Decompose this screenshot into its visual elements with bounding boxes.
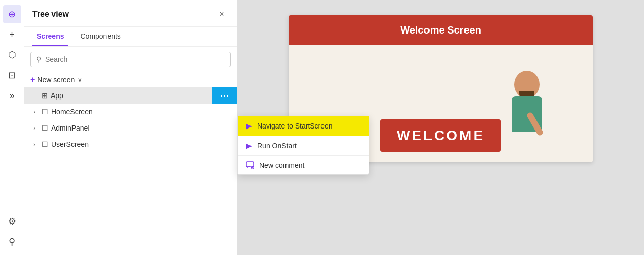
person-illustration: [502, 71, 552, 152]
context-menu: ▶ Navigate to StartScreen ▶ Run OnStart …: [237, 116, 369, 175]
search-icon: ⚲: [36, 55, 41, 63]
person-arm: [526, 111, 544, 136]
navigate-label: Navigate to StartScreen: [257, 122, 333, 130]
screen-icon: ☐: [42, 140, 48, 148]
homescreen-label: HomeScreen: [51, 108, 93, 116]
play-icon: ▶: [246, 121, 252, 131]
adminpanel-label: AdminPanel: [51, 124, 90, 132]
play-icon: ▶: [246, 141, 252, 150]
app-icon: ⊞: [42, 91, 48, 100]
tree-item-adminpanel[interactable]: › ☐ AdminPanel: [24, 120, 237, 136]
icon-sidebar: ⊕ + ⬡ ⊡ » ⚙ ⚲: [0, 0, 24, 255]
layers-icon: ⊕: [8, 9, 16, 20]
context-menu-item-run[interactable]: ▶ Run OnStart: [238, 136, 369, 155]
context-menu-item-comment[interactable]: New comment: [238, 156, 369, 174]
components-icon: ⊡: [8, 70, 16, 81]
chevron-down-icon: ∨: [78, 76, 82, 83]
context-menu-item-navigate[interactable]: ▶ Navigate to StartScreen: [238, 116, 369, 136]
sidebar-icon-chevrons[interactable]: »: [3, 86, 21, 105]
panel-title: Tree view: [32, 10, 69, 19]
new-screen-row[interactable]: + New screen ∨: [24, 72, 237, 87]
add-icon: +: [9, 29, 15, 40]
search-input[interactable]: [45, 55, 225, 63]
sidebar-icon-search[interactable]: ⚲: [3, 233, 21, 251]
sidebar-icon-layers[interactable]: ⊕: [3, 5, 21, 23]
screen-icon: ☐: [42, 108, 48, 116]
search-box: ⚲: [30, 52, 231, 67]
userscreen-label: UserScreen: [51, 140, 89, 148]
welcome-header: Welcome Screen: [289, 15, 593, 45]
search-icon: ⚲: [9, 236, 15, 247]
run-label: Run OnStart: [257, 142, 297, 150]
tree-item-app[interactable]: ⊞ App ···: [24, 87, 237, 104]
settings-icon: ⚙: [8, 216, 16, 227]
new-screen-plus-icon: +: [30, 75, 35, 84]
close-button[interactable]: ×: [214, 7, 229, 21]
sidebar-icon-settings[interactable]: ⚙: [3, 212, 21, 231]
chevron-icon: ›: [30, 125, 39, 131]
svg-rect-0: [246, 162, 254, 167]
person-body: [512, 96, 542, 132]
sidebar-icon-components[interactable]: ⊡: [3, 66, 21, 84]
chevron-icon: ›: [30, 109, 39, 115]
screen-icon: ☐: [42, 124, 48, 132]
database-icon: ⬡: [8, 49, 16, 60]
sidebar-icon-database[interactable]: ⬡: [3, 46, 21, 64]
sidebar-icon-add[interactable]: +: [3, 25, 21, 44]
new-screen-label: New screen: [37, 76, 75, 84]
comment-icon: [246, 161, 254, 169]
chevron-icon: ›: [30, 141, 39, 147]
comment-label: New comment: [259, 161, 304, 169]
tree-item-homescreen[interactable]: › ☐ HomeScreen: [24, 104, 237, 120]
double-chevron-icon: »: [9, 90, 14, 101]
context-menu-trigger[interactable]: ···: [212, 87, 237, 104]
welcome-sign: WELCOME: [380, 119, 501, 152]
tree-panel-header: Tree view ×: [24, 0, 237, 27]
tree-item-userscreen[interactable]: › ☐ UserScreen: [24, 136, 237, 152]
tree-items-list: ⊞ App ··· › ☐ HomeScreen › ☐ AdminPanel …: [24, 87, 237, 152]
tab-components[interactable]: Components: [76, 27, 124, 46]
tree-panel: Tree view × Screens Components ⚲ + New s…: [24, 0, 237, 255]
tab-screens[interactable]: Screens: [32, 27, 68, 46]
app-label: App: [51, 91, 63, 100]
tabs-row: Screens Components: [24, 27, 237, 47]
